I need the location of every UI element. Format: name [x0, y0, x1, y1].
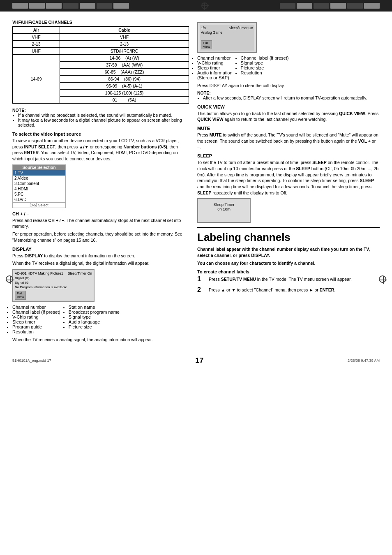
source-item-hdmi[interactable]: 4.HDMI: [13, 186, 65, 192]
sleep-timer-label: Sleep Timer: [201, 202, 247, 207]
note2-section: NOTE: After a few seconds, DISPLAY scree…: [197, 90, 380, 100]
cell-air-uhf: UHF: [13, 48, 60, 55]
ch-pm-body1: Press and release CH + / –. The channel …: [12, 217, 189, 229]
header-block-r5: [347, 3, 363, 9]
cell-cable-01: 01 (5A): [60, 97, 189, 104]
analog-screen-preview: 1/8 Sleep/Timer On Analog Game FullView: [197, 22, 257, 53]
dp-full-view[interactable]: FullView: [15, 291, 26, 300]
source-item-dvd[interactable]: 6.DVD: [13, 197, 65, 202]
dp-digital: Digital (D): [15, 276, 30, 280]
dp-full-btn[interactable]: FullView: [15, 290, 92, 300]
note1-title: NOTE:: [12, 108, 189, 113]
note1-section: NOTE: If a channel with no broadcast is …: [12, 108, 189, 127]
bullet-station: Station name: [69, 305, 120, 310]
labeling-title: Labeling channels: [197, 231, 380, 244]
note2-title: NOTE:: [197, 90, 380, 95]
header-block-1: [12, 3, 28, 9]
video-input-body: To view a signal from another device con…: [12, 138, 189, 162]
table-row: 2-13 2-13: [13, 41, 189, 48]
header-block-7: [113, 3, 129, 9]
bullet-broadcast: Broadcast program name: [69, 310, 120, 314]
sleep-timer-value: 0h 10m: [201, 207, 247, 211]
digital-screen-preview: AD-901 HDTV Making Picture1 Sleep/Timer …: [12, 269, 95, 302]
bullet-program-guide: Program guide: [12, 324, 60, 329]
video-input-title: To select the video input source: [12, 132, 189, 136]
bullet-a-sleep: Sleep timer: [197, 65, 233, 70]
sleep-timer-preview: Sleep Timer 0h 10m: [197, 198, 251, 223]
display-body1: Press DISPLAY to display the current inf…: [12, 253, 189, 259]
sleep-title: SLEEP: [197, 153, 380, 158]
cell-air-213: 2-13: [13, 41, 60, 48]
labeling-intro2: You can choose any four characters to id…: [197, 260, 380, 266]
bullet-audio-lang: Audio language: [69, 319, 120, 324]
sleep-section: SLEEP To set the TV to turn off after a …: [197, 153, 380, 223]
table-row: 14-69 14-36 (A) (W): [13, 55, 189, 62]
note2-item-1: After a few seconds, DISPLAY screen will…: [203, 95, 380, 100]
bullet-a-resolution: Resolution: [241, 70, 289, 75]
analog-text: When the TV receives a analog signal, th…: [12, 337, 189, 343]
analog-screen-inner: 1/8 Sleep/Timer On Analog Game FullView: [200, 25, 254, 51]
footer: 51H0101A_eng.indd 17 17 2/26/08 9:47:39 …: [0, 353, 392, 368]
digital-bullet-cols: Channel number Channel label (if preset)…: [12, 305, 189, 334]
quick-view-title: QUICK VIEW: [197, 104, 380, 109]
display-section: DISPLAY Press DISPLAY to display the cur…: [12, 247, 189, 343]
dp-signal-row: Signal 65: [15, 281, 92, 284]
right-column: 1/8 Sleep/Timer On Analog Game FullView …: [197, 20, 380, 345]
analog-full-view-btn[interactable]: FullView: [201, 40, 212, 49]
cell-cable-100125: 100-125 (100) (125): [60, 90, 189, 97]
col-header-cable: Cable: [60, 27, 189, 34]
display-title: DISPLAY: [12, 247, 189, 252]
note2-list: After a few seconds, DISPLAY screen will…: [203, 95, 380, 100]
reg-mark-left: [6, 275, 13, 284]
step-2-num: 2: [197, 286, 205, 294]
header-block-2: [29, 3, 45, 9]
note1-item-2: It may take a few seconds for a digital …: [18, 118, 189, 127]
source-box-hint: [0-5] Select: [13, 202, 65, 208]
page-number: 17: [195, 356, 203, 365]
analog-screen-row1: 1/8 Sleep/Timer On: [201, 26, 253, 30]
bullet-pic-size: Picture size: [69, 324, 120, 329]
source-item-pc[interactable]: 5.PC: [13, 192, 65, 197]
left-column: VHF/UHF/CABLE CHANNELS Air Cable VHF VHF…: [12, 20, 189, 345]
step-2-text: Press ▲ or ▼ to select "Channel" menu, t…: [209, 286, 335, 293]
table-row: VHF VHF: [13, 34, 189, 41]
labeling-intro1: Channel label appear with the channel nu…: [197, 246, 380, 258]
header-block-r6: [364, 3, 380, 9]
header-block-r2: [297, 3, 312, 9]
analog-list-left: Channel number V-Chip rating Sleep timer…: [197, 56, 233, 80]
step-2: 2 Press ▲ or ▼ to select "Channel" menu,…: [197, 286, 380, 294]
bullet-a-signal: Signal type: [241, 60, 289, 65]
analog-bullets-right: Channel label (if preset) Signal type Pi…: [241, 56, 289, 80]
step-1-num: 1: [197, 275, 205, 283]
cell-cable-stdhrc: STD/HRC/IRC: [60, 48, 189, 55]
cell-cable-vhf: VHF: [60, 34, 189, 41]
header-right-blocks: [280, 3, 380, 9]
header-block-r1: [280, 3, 295, 9]
source-item-tv[interactable]: 1.TV: [13, 170, 65, 176]
step-1-text: Press SETUP/TV MENU in the TV mode. The …: [209, 275, 352, 282]
reg-mark-right: [379, 275, 386, 284]
create-labels-title: To create channel labels: [197, 269, 380, 274]
bullet-a-vchip: V-Chip rating: [197, 60, 233, 65]
source-item-component[interactable]: 3.Component: [13, 181, 65, 186]
cell-air-vhf: VHF: [13, 34, 60, 41]
cell-cable-9599: 95-99 (A-5) (A-1): [60, 83, 189, 90]
quick-view-body: This button allows you to go back to the…: [197, 111, 380, 123]
dp-mid-row: Digital (D): [15, 276, 92, 280]
step-1: 1 Press SETUP/TV MENU in the TV mode. Th…: [197, 275, 380, 283]
cell-cable-213: 2-13: [60, 41, 189, 48]
analog-game-label: Analog Game: [201, 30, 222, 35]
bullet-a-audio-info: Audio information(Stereo or SAP): [197, 70, 233, 80]
dp-program-info: No Program Information is available: [15, 285, 92, 289]
footer-file-info: 51H0101A_eng.indd 17: [12, 358, 51, 363]
header-block-4: [63, 3, 78, 9]
steps-list: 1 Press SETUP/TV MENU in the TV mode. Th…: [197, 275, 380, 293]
source-item-video[interactable]: 2.Video: [13, 176, 65, 181]
bullet-resolution: Resolution: [12, 329, 60, 334]
col-header-air: Air: [13, 27, 60, 34]
header-bar: [0, 0, 392, 12]
dp-top-row: AD-901 HDTV Making Picture1 Sleep/Timer …: [15, 271, 92, 275]
note1-list: If a channel with no broadcast is select…: [18, 113, 189, 127]
reg-circle: [201, 2, 208, 9]
header-block-5: [80, 3, 95, 9]
